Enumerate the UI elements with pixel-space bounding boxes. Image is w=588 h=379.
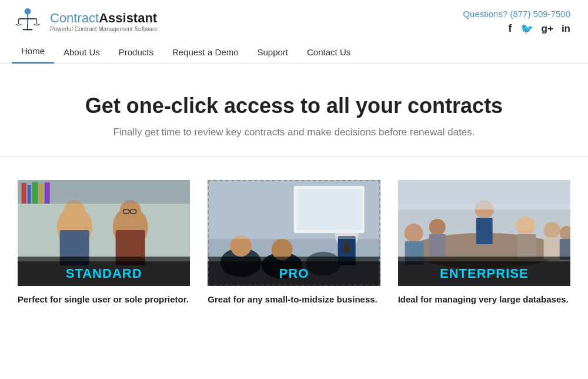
hero-subheading: Finally get time to review key contracts… — [35, 127, 553, 138]
svg-rect-20 — [28, 185, 31, 204]
nav-item-demo[interactable]: Request a Demo — [163, 41, 248, 63]
phone-number[interactable]: Questions? (877) 509-7500 — [463, 9, 570, 19]
navigation: Home About Us Products Request a Demo Su… — [0, 40, 588, 64]
card-standard-image[interactable]: STANDARD — [18, 180, 190, 286]
card-pro-image[interactable]: PRO — [208, 180, 380, 286]
card-enterprise-image[interactable]: ENTERPRISE — [398, 180, 570, 286]
facebook-icon[interactable]: f — [509, 22, 512, 35]
linkedin-icon[interactable]: in — [562, 23, 570, 35]
card-standard-description: Perfect for single user or sole propriet… — [18, 293, 190, 305]
svg-rect-44 — [429, 234, 445, 257]
svg-rect-52 — [476, 218, 492, 244]
svg-rect-37 — [297, 189, 362, 230]
card-enterprise: ENTERPRISE Ideal for managing very large… — [398, 180, 570, 305]
brand-tagline: Powerful Contract Management Software — [50, 26, 158, 32]
top-bar: ContractAssistant Powerful Contract Mana… — [0, 0, 588, 40]
brand-name-part1: Contract — [50, 11, 99, 25]
nav-item-home[interactable]: Home — [12, 40, 54, 64]
svg-point-45 — [516, 217, 534, 235]
svg-rect-50 — [559, 239, 570, 260]
svg-rect-23 — [45, 182, 50, 204]
logo-icon — [12, 7, 44, 36]
nav-item-support[interactable]: Support — [248, 41, 298, 63]
nav-item-contact[interactable]: Contact Us — [298, 41, 360, 63]
hero-section: Get one-click access to all your contrac… — [0, 64, 588, 157]
svg-point-43 — [429, 219, 445, 235]
svg-point-41 — [404, 224, 423, 242]
cards-section: STANDARD Perfect for single user or sole… — [0, 157, 588, 323]
card-pro-label: PRO — [208, 261, 380, 286]
contact-social-area: Questions? (877) 509-7500 f 🐦 g+ in — [463, 9, 570, 35]
card-enterprise-description: Ideal for managing very large databases. — [398, 293, 570, 305]
svg-rect-19 — [22, 183, 26, 204]
svg-rect-18 — [18, 180, 190, 204]
logo-text: ContractAssistant Powerful Contract Mana… — [50, 11, 158, 32]
googleplus-icon[interactable]: g+ — [542, 23, 553, 35]
svg-rect-54 — [398, 180, 570, 204]
card-standard: STANDARD Perfect for single user or sole… — [18, 180, 190, 305]
nav-item-products[interactable]: Products — [109, 41, 163, 63]
logo[interactable]: ContractAssistant Powerful Contract Mana… — [12, 7, 158, 36]
svg-point-47 — [543, 222, 560, 238]
hero-heading: Get one-click access to all your contrac… — [35, 94, 553, 118]
svg-rect-48 — [543, 237, 560, 260]
svg-rect-21 — [32, 182, 38, 204]
svg-rect-22 — [39, 184, 44, 204]
card-standard-label: STANDARD — [18, 261, 190, 286]
nav-item-about[interactable]: About Us — [54, 41, 109, 63]
site-header: ContractAssistant Powerful Contract Mana… — [0, 0, 588, 64]
social-links: f 🐦 g+ in — [509, 22, 570, 35]
brand-name-part2: Assistant — [99, 11, 157, 25]
card-pro: PRO Great for any small-to-midsize busin… — [208, 180, 380, 305]
svg-point-0 — [25, 8, 31, 15]
twitter-icon[interactable]: 🐦 — [520, 22, 533, 35]
card-enterprise-label: ENTERPRISE — [398, 261, 570, 286]
nav-menu: Home About Us Products Request a Demo Su… — [12, 40, 360, 64]
svg-rect-46 — [517, 234, 536, 258]
card-pro-description: Great for any small-to-midsize business. — [208, 293, 380, 305]
